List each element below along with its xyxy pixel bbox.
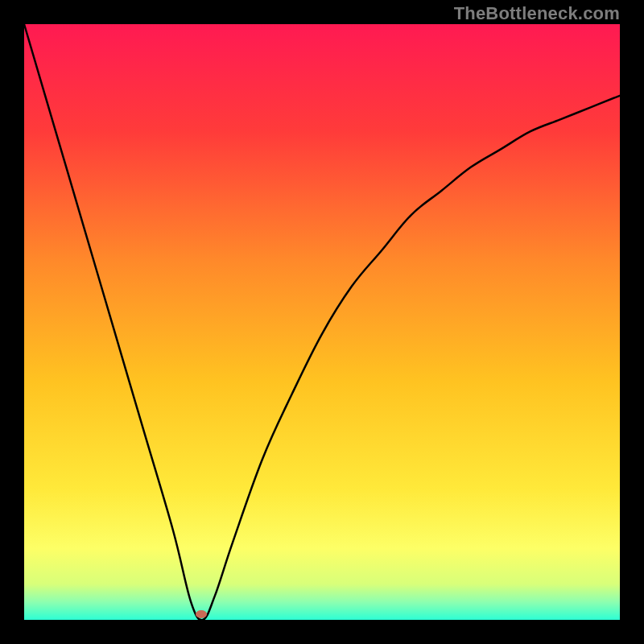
watermark-text: TheBottleneck.com xyxy=(454,3,620,24)
curve-path xyxy=(24,24,620,620)
bottleneck-curve xyxy=(24,24,620,620)
chart-frame: TheBottleneck.com xyxy=(0,0,644,644)
optimal-marker-icon xyxy=(196,610,207,618)
plot-area xyxy=(24,24,620,620)
